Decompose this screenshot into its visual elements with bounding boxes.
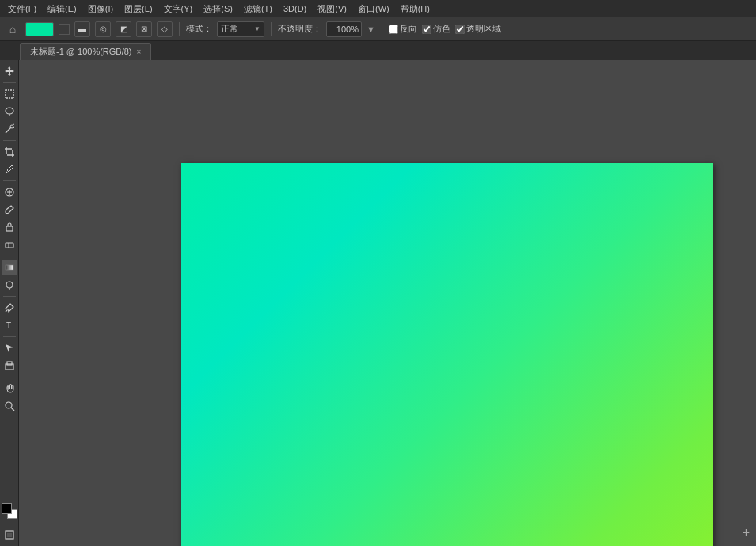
crosshair-corner-icon: + [743, 525, 750, 540]
tool-dodge[interactable] [2, 277, 17, 293]
menu-view[interactable]: 视图(V) [313, 2, 351, 17]
canvas-area: + [19, 60, 756, 546]
tool-brush[interactable] [2, 202, 17, 218]
svg-rect-28 [7, 533, 12, 537]
gradient-reflected-btn[interactable]: ⊠ [136, 21, 152, 37]
mode-label: 模式： [186, 23, 212, 35]
tool-shape[interactable] [2, 358, 17, 373]
tool-sep-3 [3, 180, 16, 181]
gradient-diamond-btn[interactable]: ◇ [157, 21, 173, 37]
gradient-radial-btn[interactable]: ◎ [95, 21, 111, 37]
svg-point-25 [6, 402, 12, 408]
tool-sep-6 [3, 336, 16, 337]
transparency-checkbox[interactable] [455, 25, 465, 34]
home-icon[interactable]: ⌂ [5, 21, 21, 37]
svg-text:T: T [6, 321, 11, 330]
menu-window[interactable]: 窗口(W) [353, 2, 394, 17]
main-area: T + [0, 60, 756, 546]
left-toolbar: T [0, 60, 19, 546]
svg-line-26 [11, 408, 14, 411]
tool-sep-5 [3, 296, 16, 297]
menu-3d[interactable]: 3D(D) [279, 2, 311, 15]
tab-bar: 未标题-1 @ 100%(RGB/8) × [0, 41, 756, 60]
gradient-angle-btn[interactable]: ◩ [116, 21, 131, 37]
tool-stamp[interactable] [2, 219, 17, 235]
svg-point-19 [6, 282, 13, 288]
tool-magic-wand[interactable] [2, 121, 17, 137]
menu-bar: 文件(F) 编辑(E) 图像(I) 图层(L) 文字(Y) 选择(S) 滤镜(T… [0, 0, 756, 17]
tool-eyedropper[interactable] [2, 161, 17, 177]
svg-rect-16 [6, 243, 13, 248]
dither-checkbox[interactable] [422, 25, 431, 34]
svg-rect-0 [6, 90, 13, 98]
gradient-style-btn[interactable] [59, 24, 70, 35]
sep3 [382, 22, 382, 36]
reverse-checkbox-group: 反向 [389, 23, 417, 35]
tool-gradient[interactable] [2, 260, 17, 275]
svg-point-4 [10, 125, 13, 128]
tool-hand[interactable] [2, 381, 17, 396]
tool-marquee[interactable] [2, 86, 17, 102]
menu-layer[interactable]: 图层(L) [120, 2, 157, 17]
tool-pen[interactable] [2, 300, 17, 316]
tool-lasso[interactable] [2, 104, 17, 119]
svg-line-6 [13, 127, 14, 128]
foreground-color-swatch[interactable] [2, 503, 12, 514]
svg-line-11 [6, 172, 7, 173]
svg-rect-15 [6, 226, 13, 231]
tool-path-select[interactable] [2, 340, 17, 356]
svg-rect-18 [6, 265, 13, 270]
menu-filter[interactable]: 滤镜(T) [239, 2, 277, 17]
tool-sep-7 [3, 377, 16, 377]
tool-sep-4 [3, 256, 16, 256]
menu-image[interactable]: 图像(I) [83, 2, 118, 17]
menu-help[interactable]: 帮助(H) [396, 2, 435, 17]
color-swatch-area [2, 503, 17, 519]
dither-checkbox-group: 仿色 [422, 23, 450, 35]
tool-sep-1 [3, 82, 16, 83]
tool-zoom[interactable] [2, 398, 17, 414]
document-tab[interactable]: 未标题-1 @ 100%(RGB/8) × [20, 43, 151, 60]
opacity-label: 不透明度： [278, 23, 321, 35]
document-canvas [181, 163, 713, 546]
tool-eraser[interactable] [2, 237, 17, 252]
transparency-label: 透明区域 [466, 23, 501, 35]
tool-move[interactable] [2, 63, 17, 79]
gradient-linear-btn[interactable]: ▬ [74, 21, 90, 37]
sep2 [271, 22, 272, 36]
opacity-input[interactable] [326, 21, 362, 37]
tool-sep-2 [3, 140, 16, 141]
menu-text[interactable]: 文字(Y) [159, 2, 198, 17]
menu-file[interactable]: 文件(F) [3, 2, 41, 17]
dither-label: 仿色 [433, 23, 450, 35]
menu-edit[interactable]: 编辑(E) [43, 2, 82, 17]
tool-text[interactable]: T [2, 317, 17, 333]
menu-select[interactable]: 选择(S) [199, 2, 237, 17]
svg-line-5 [13, 124, 14, 125]
svg-line-3 [6, 127, 11, 133]
options-bar: ⌂ ▬ ◎ ◩ ⊠ ◇ 模式： 正常 ▼ 不透明度： ▼ 反向 仿色 透明区域 [0, 17, 756, 41]
sep1 [179, 22, 180, 36]
opacity-arrow[interactable]: ▼ [367, 25, 375, 34]
tool-crop[interactable] [2, 144, 17, 160]
tab-close-btn[interactable]: × [137, 48, 142, 56]
tool-healing[interactable] [2, 184, 17, 200]
tab-label: 未标题-1 @ 100%(RGB/8) [30, 46, 132, 58]
reverse-checkbox[interactable] [389, 25, 398, 34]
mode-dropdown[interactable]: 正常 ▼ [217, 21, 264, 37]
tool-screen-mode[interactable] [2, 527, 17, 543]
svg-line-21 [6, 310, 7, 312]
reverse-label: 反向 [400, 23, 417, 35]
transparency-checkbox-group: 透明区域 [455, 23, 501, 35]
gradient-color-swatch[interactable] [25, 22, 54, 36]
svg-point-1 [6, 108, 13, 114]
